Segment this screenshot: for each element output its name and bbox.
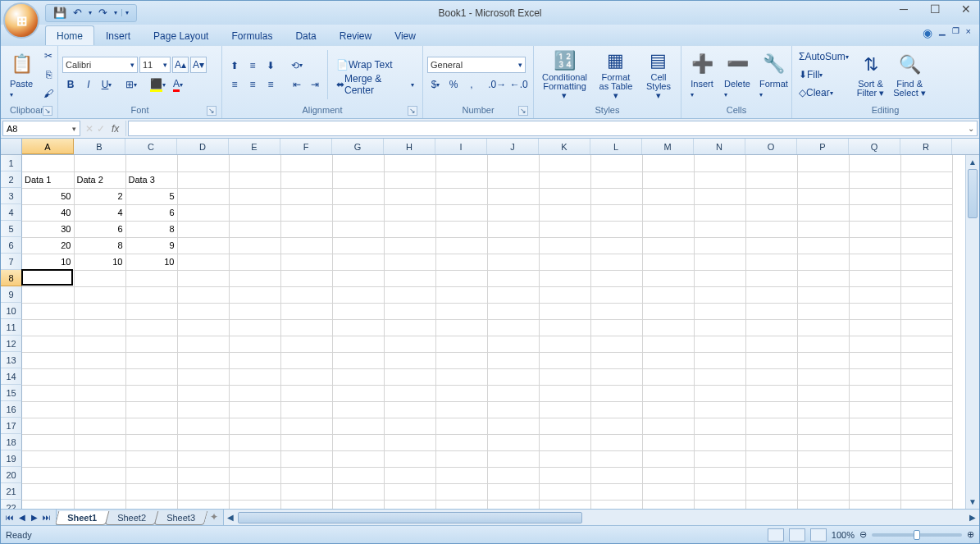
cell-R13[interactable] — [900, 352, 952, 368]
cell-N10[interactable] — [694, 303, 745, 319]
cell-M5[interactable] — [642, 221, 694, 237]
ribbon-mdi-close-icon[interactable]: × — [966, 26, 971, 39]
cell-N21[interactable] — [694, 483, 745, 500]
cell-G10[interactable] — [332, 303, 384, 319]
cell-B3[interactable]: 2 — [74, 188, 125, 204]
cell-N19[interactable] — [694, 450, 745, 467]
cell-P9[interactable] — [797, 286, 849, 303]
cell-B13[interactable] — [74, 352, 125, 368]
redo-icon[interactable]: ↷ — [96, 7, 110, 19]
cell-E21[interactable] — [229, 483, 280, 500]
cell-Q14[interactable] — [849, 368, 900, 385]
cell-M21[interactable] — [642, 483, 694, 500]
cell-M2[interactable] — [642, 171, 694, 188]
cell-N8[interactable] — [694, 270, 745, 286]
cell-D8[interactable] — [177, 270, 229, 286]
cell-F13[interactable] — [280, 352, 332, 368]
cell-B5[interactable]: 6 — [74, 221, 125, 237]
cell-J15[interactable] — [487, 385, 539, 401]
cell-K2[interactable] — [539, 171, 590, 188]
cell-H9[interactable] — [384, 286, 435, 303]
cell-R2[interactable] — [900, 171, 952, 188]
cell-M11[interactable] — [642, 319, 694, 336]
scroll-up-icon[interactable]: ▲ — [966, 155, 979, 169]
cell-F7[interactable] — [280, 254, 332, 270]
qat-customize-icon[interactable]: ▾ — [121, 9, 131, 16]
row-header-17[interactable]: 17 — [1, 418, 22, 434]
cell-C16[interactable] — [125, 401, 177, 418]
cell-H15[interactable] — [384, 385, 435, 401]
cell-C17[interactable] — [125, 418, 177, 434]
cell-P14[interactable] — [797, 368, 849, 385]
cell-O9[interactable] — [745, 286, 797, 303]
cell-I10[interactable] — [435, 303, 487, 319]
undo-icon[interactable]: ↶ — [71, 7, 84, 19]
cell-F22[interactable] — [280, 500, 332, 509]
cell-K6[interactable] — [539, 237, 590, 254]
cell-F8[interactable] — [280, 270, 332, 286]
cell-L12[interactable] — [590, 336, 642, 352]
cell-C12[interactable] — [125, 336, 177, 352]
cell-O11[interactable] — [745, 319, 797, 336]
cell-L11[interactable] — [590, 319, 642, 336]
decrease-indent-button[interactable]: ⇤ — [289, 76, 305, 93]
cell-E19[interactable] — [229, 450, 280, 467]
cell-A1[interactable] — [22, 155, 74, 171]
help-icon[interactable]: ◉ — [923, 26, 932, 39]
next-sheet-icon[interactable]: ▶ — [29, 513, 40, 522]
cell-C9[interactable] — [125, 286, 177, 303]
cell-G6[interactable] — [332, 237, 384, 254]
cell-N14[interactable] — [694, 368, 745, 385]
cell-K7[interactable] — [539, 254, 590, 270]
cell-L14[interactable] — [590, 368, 642, 385]
zoom-in-button[interactable]: ⊕ — [967, 529, 974, 540]
cell-P8[interactable] — [797, 270, 849, 286]
cell-J3[interactable] — [487, 188, 539, 204]
cell-I17[interactable] — [435, 418, 487, 434]
cell-D22[interactable] — [177, 500, 229, 509]
cell-B2[interactable]: Data 2 — [74, 171, 125, 188]
cell-E14[interactable] — [229, 368, 280, 385]
row-header-14[interactable]: 14 — [1, 368, 22, 385]
percent-button[interactable]: % — [445, 76, 462, 93]
cell-D16[interactable] — [177, 401, 229, 418]
cell-Q4[interactable] — [849, 204, 900, 221]
cell-K12[interactable] — [539, 336, 590, 352]
cell-D4[interactable] — [177, 204, 229, 221]
row-header-11[interactable]: 11 — [1, 319, 22, 336]
row-header-3[interactable]: 3 — [1, 188, 22, 204]
col-header-E[interactable]: E — [229, 139, 280, 154]
scroll-left-icon[interactable]: ◀ — [224, 510, 238, 526]
cell-M12[interactable] — [642, 336, 694, 352]
cell-N6[interactable] — [694, 237, 745, 254]
cell-O22[interactable] — [745, 500, 797, 509]
cell-G16[interactable] — [332, 401, 384, 418]
italic-button[interactable]: I — [80, 76, 97, 93]
cell-J8[interactable] — [487, 270, 539, 286]
cell-H8[interactable] — [384, 270, 435, 286]
cell-F11[interactable] — [280, 319, 332, 336]
cell-R5[interactable] — [900, 221, 952, 237]
col-header-G[interactable]: G — [332, 139, 384, 154]
cell-A4[interactable]: 40 — [22, 204, 74, 221]
cell-F17[interactable] — [280, 418, 332, 434]
cell-G18[interactable] — [332, 434, 384, 450]
cell-J14[interactable] — [487, 368, 539, 385]
cell-C2[interactable]: Data 3 — [125, 171, 177, 188]
cell-R12[interactable] — [900, 336, 952, 352]
cell-P7[interactable] — [797, 254, 849, 270]
cell-D21[interactable] — [177, 483, 229, 500]
cell-L9[interactable] — [590, 286, 642, 303]
cell-B8[interactable] — [74, 270, 125, 286]
cell-K18[interactable] — [539, 434, 590, 450]
cell-Q10[interactable] — [849, 303, 900, 319]
cell-R11[interactable] — [900, 319, 952, 336]
cell-L2[interactable] — [590, 171, 642, 188]
cell-E4[interactable] — [229, 204, 280, 221]
cell-R3[interactable] — [900, 188, 952, 204]
cell-J20[interactable] — [487, 467, 539, 483]
cell-K13[interactable] — [539, 352, 590, 368]
cell-K17[interactable] — [539, 418, 590, 434]
col-header-M[interactable]: M — [642, 139, 694, 154]
cell-E10[interactable] — [229, 303, 280, 319]
